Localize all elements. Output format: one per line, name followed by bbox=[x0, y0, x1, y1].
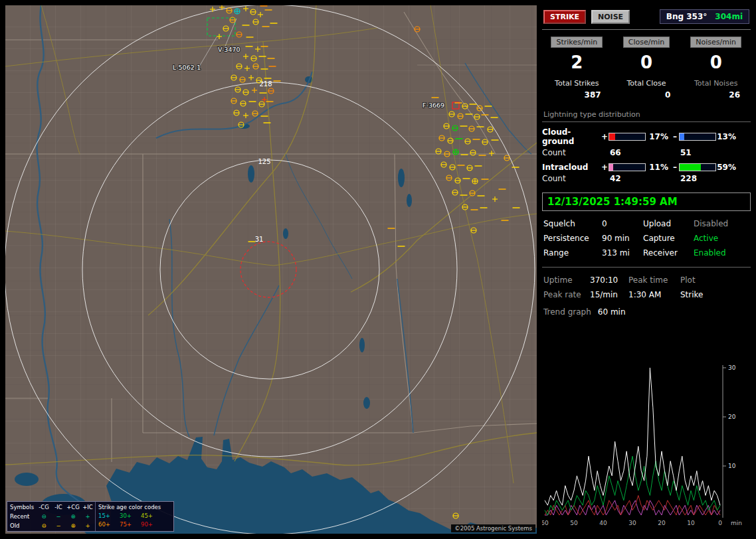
noise-toggle-button[interactable]: NOISE bbox=[591, 10, 630, 24]
plus-sign: + bbox=[601, 163, 609, 172]
ic-negative-fill bbox=[680, 164, 701, 171]
strikes-per-min-column: Strikes/min 2 Total Strikes 387 bbox=[542, 37, 612, 100]
range-ring-label: 125 bbox=[258, 158, 270, 165]
cell-label: V-3470 bbox=[218, 46, 240, 53]
legend-col-neg-cg: -CG bbox=[37, 503, 51, 512]
total-strikes-label: Total Strikes bbox=[555, 79, 599, 88]
legend-symbols-table: Symbols -CG -IC +CG +IC Recent ⊖ − ⊕ + O… bbox=[7, 502, 95, 531]
cg-negative-count: 51 bbox=[679, 148, 716, 157]
ic-positive-pct: 11% bbox=[646, 163, 671, 172]
recent-pos-ic-icon: + bbox=[80, 512, 95, 522]
age-45: 45+ bbox=[141, 512, 162, 520]
strike-toggle-button[interactable]: STRIKE bbox=[543, 10, 586, 24]
x-tick-label: 30 bbox=[628, 520, 636, 526]
lightning-distribution-section: Lightning type distribution Cloud-ground… bbox=[542, 102, 751, 189]
cg-positive-fill bbox=[609, 133, 615, 140]
capture-status: Active bbox=[694, 234, 749, 243]
map-canvas: 31125218 V-3470L-5062-1F-3669 bbox=[5, 5, 537, 534]
cell-label: F-3669 bbox=[423, 102, 444, 109]
cg-negative-pct: 13% bbox=[716, 132, 739, 141]
legend-age-title: Strike age color codes bbox=[98, 503, 172, 512]
ic-negative-count: 228 bbox=[679, 174, 716, 183]
strikes-per-min-value: 2 bbox=[571, 53, 583, 72]
cg-count-label: Count bbox=[542, 148, 601, 157]
age-75: 75+ bbox=[120, 520, 141, 529]
close-per-min-chip: Close/min bbox=[623, 37, 670, 48]
copyright-notice: ©2005 Astrogenic Systems bbox=[451, 524, 535, 532]
y-tick-label: 20 bbox=[728, 414, 736, 420]
minus-sign: – bbox=[671, 163, 679, 172]
total-noises-label: Total Noises bbox=[694, 79, 737, 88]
datetime-display: 12/13/2025 1:49:59 AM bbox=[542, 193, 751, 211]
intracloud-label: Intracloud bbox=[542, 163, 601, 172]
x-tick-label: 0 bbox=[718, 520, 722, 526]
receiver-label: Receiver bbox=[643, 248, 694, 258]
cloud-ground-label: Cloud-ground bbox=[542, 127, 601, 146]
age-60: 60+ bbox=[98, 520, 120, 529]
old-pos-ic-icon: + bbox=[80, 522, 95, 531]
capture-label: Capture bbox=[643, 234, 694, 243]
persistence-value: 90 min bbox=[602, 234, 643, 243]
trend-graph-canvas: 1020306050403020100min bbox=[542, 364, 751, 531]
uptime-label: Uptime bbox=[543, 275, 590, 285]
legend-col-neg-ic: -IC bbox=[51, 503, 66, 512]
x-tick-label: 60 bbox=[542, 520, 549, 526]
squelch-label: Squelch bbox=[543, 219, 602, 228]
uptime-value: 370:10 bbox=[590, 275, 628, 285]
upload-label: Upload bbox=[643, 219, 694, 228]
cloud-ground-row: Cloud-ground + 17% – 13% Count 66 51 bbox=[542, 127, 751, 157]
plot-value: Strike bbox=[680, 290, 749, 299]
distribution-title: Lightning type distribution bbox=[542, 109, 751, 122]
trend-graph-window: 60 min bbox=[598, 307, 626, 317]
total-close-value: 0 bbox=[665, 90, 681, 100]
trend-graph-label: Trend graph bbox=[543, 307, 591, 317]
squelch-value: 0 bbox=[602, 219, 643, 228]
ic-count-label: Count bbox=[542, 174, 601, 183]
status-grid: Uptime 370:10 Peak time Plot Peak rate 1… bbox=[542, 268, 751, 301]
ic-negative-bar bbox=[679, 163, 716, 171]
x-tick-label: 10 bbox=[687, 520, 695, 526]
ic-positive-bar bbox=[609, 163, 646, 171]
strike-legend: Symbols -CG -IC +CG +IC Recent ⊖ − ⊕ + O… bbox=[7, 501, 174, 532]
cg-negative-fill bbox=[680, 133, 684, 140]
legend-symbols-header: Symbols bbox=[10, 503, 37, 512]
age-90: 90+ bbox=[141, 520, 162, 529]
range-ring-label: 31 bbox=[255, 236, 264, 243]
minus-sign: – bbox=[671, 132, 679, 141]
trend-series-intracloud bbox=[545, 501, 720, 515]
old-pos-cg-icon: ⊕ bbox=[66, 522, 80, 531]
settings-grid: Squelch 0 Upload Disabled Persistence 90… bbox=[542, 216, 751, 268]
age-30: 30+ bbox=[120, 512, 141, 520]
bearing-value: Bng 353° bbox=[666, 12, 708, 21]
noises-per-min-chip: Noises/min bbox=[690, 37, 741, 48]
trend-graph-row: Trend graph 60 min bbox=[542, 301, 751, 319]
strikes-per-min-chip: Strikes/min bbox=[551, 37, 603, 48]
peak-rate-value: 15/min bbox=[590, 290, 628, 299]
range-value: 313 mi bbox=[602, 248, 643, 258]
trend-series-strikes bbox=[545, 368, 720, 505]
y-tick-label: 30 bbox=[728, 364, 736, 371]
total-strikes-value: 387 bbox=[585, 90, 612, 100]
x-tick-label: 40 bbox=[599, 520, 607, 526]
noises-per-min-value: 0 bbox=[710, 53, 722, 72]
legend-col-pos-cg: +CG bbox=[66, 503, 80, 512]
ic-positive-count: 42 bbox=[609, 174, 646, 183]
ic-negative-pct: 59% bbox=[716, 163, 739, 172]
persistence-label: Persistence bbox=[543, 234, 602, 243]
strike-symbol-cp bbox=[453, 149, 458, 155]
strike-symbol-cp bbox=[472, 179, 478, 184]
total-close-label: Total Close bbox=[626, 79, 666, 88]
plot-label: Plot bbox=[680, 275, 749, 285]
peak-time-value: 1:30 AM bbox=[628, 290, 680, 299]
old-neg-cg-icon: ⊖ bbox=[37, 522, 51, 531]
ic-positive-fill bbox=[609, 164, 613, 171]
cell-label: L-5062-1 bbox=[173, 64, 201, 71]
noises-per-min-column: Noises/min 0 Total Noises 26 bbox=[681, 37, 751, 100]
cg-positive-count: 66 bbox=[609, 148, 646, 157]
legend-age-codes: Strike age color codes 15+ 30+ 45+ 60+ 7… bbox=[95, 502, 173, 531]
x-tick-label: 50 bbox=[570, 520, 578, 526]
status-panel: STRIKE NOISE Bng 353° 304mi Strikes/min … bbox=[542, 5, 751, 534]
peak-rate-label: Peak rate bbox=[543, 290, 590, 299]
intracloud-row: Intracloud + 11% – 59% Count 42 228 bbox=[542, 163, 751, 183]
lightning-map[interactable]: 31125218 V-3470L-5062-1F-3669 Symbols -C… bbox=[5, 5, 537, 534]
